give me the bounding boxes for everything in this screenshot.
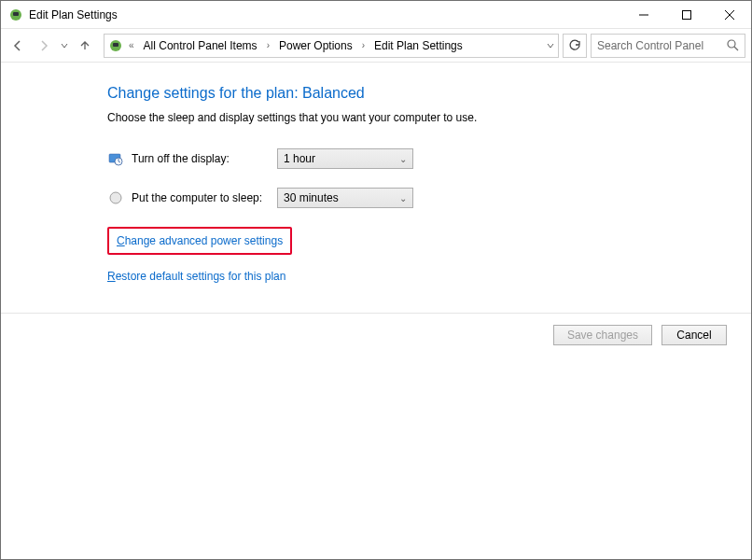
maximize-button[interactable] xyxy=(665,1,708,29)
setting-row-sleep: Put the computer to sleep: 30 minutes ⌄ xyxy=(107,188,751,208)
setting-row-display: Turn off the display: 1 hour ⌄ xyxy=(107,148,751,169)
window-title: Edit Plan Settings xyxy=(29,8,118,21)
display-off-dropdown[interactable]: 1 hour ⌄ xyxy=(277,148,413,169)
svg-rect-5 xyxy=(113,43,118,47)
recent-locations-dropdown[interactable] xyxy=(59,42,70,49)
footer-bar: Save changes Cancel xyxy=(1,313,751,356)
breadcrumb-item[interactable]: Edit Plan Settings xyxy=(370,37,467,54)
search-placeholder: Search Control Panel xyxy=(597,39,727,52)
page-heading: Change settings for the plan: Balanced xyxy=(107,85,751,102)
back-button[interactable] xyxy=(7,35,29,57)
navbar: « All Control Panel Items › Power Option… xyxy=(1,29,751,63)
highlight-annotation: Change advanced power settings xyxy=(107,227,292,255)
display-off-label: Turn off the display: xyxy=(132,152,277,165)
change-advanced-link[interactable]: Change advanced power settings xyxy=(117,234,283,247)
display-off-value: 1 hour xyxy=(284,152,315,165)
page-subheading: Choose the sleep and display settings th… xyxy=(107,111,751,124)
svg-point-6 xyxy=(728,40,735,48)
search-icon xyxy=(727,39,739,51)
sleep-dropdown[interactable]: 30 minutes ⌄ xyxy=(277,188,413,208)
moon-icon xyxy=(107,189,124,206)
minimize-button[interactable] xyxy=(622,1,665,29)
display-timer-icon xyxy=(107,150,124,167)
address-dropdown-icon[interactable] xyxy=(547,42,554,49)
svg-rect-1 xyxy=(13,12,19,16)
svg-point-9 xyxy=(110,192,121,203)
chevron-right-icon: › xyxy=(265,40,272,50)
save-changes-button[interactable]: Save changes xyxy=(553,325,652,345)
breadcrumb-prefix: « xyxy=(127,40,136,50)
breadcrumb-item[interactable]: All Control Panel Items xyxy=(140,37,261,54)
sleep-label: Put the computer to sleep: xyxy=(132,191,277,204)
search-input[interactable]: Search Control Panel xyxy=(591,34,745,58)
chevron-right-icon: › xyxy=(360,40,367,50)
restore-defaults-link[interactable]: Restore default settings for this plan xyxy=(107,270,285,283)
up-button[interactable] xyxy=(74,35,96,57)
refresh-button[interactable] xyxy=(563,34,587,58)
chevron-down-icon: ⌄ xyxy=(399,193,407,203)
address-bar[interactable]: « All Control Panel Items › Power Option… xyxy=(104,34,559,58)
window: Edit Plan Settings xyxy=(0,0,752,560)
titlebar: Edit Plan Settings xyxy=(1,1,751,29)
svg-rect-2 xyxy=(15,10,17,12)
chevron-down-icon: ⌄ xyxy=(399,154,407,164)
forward-button[interactable] xyxy=(33,35,55,57)
breadcrumb-item[interactable]: Power Options xyxy=(275,37,356,54)
content-area: Change settings for the plan: Balanced C… xyxy=(1,63,751,559)
svg-rect-3 xyxy=(683,10,691,19)
cancel-button[interactable]: Cancel xyxy=(661,325,727,345)
power-options-icon xyxy=(8,7,23,22)
sleep-value: 30 minutes xyxy=(284,191,339,204)
power-options-icon xyxy=(108,38,123,53)
close-button[interactable] xyxy=(708,1,751,29)
